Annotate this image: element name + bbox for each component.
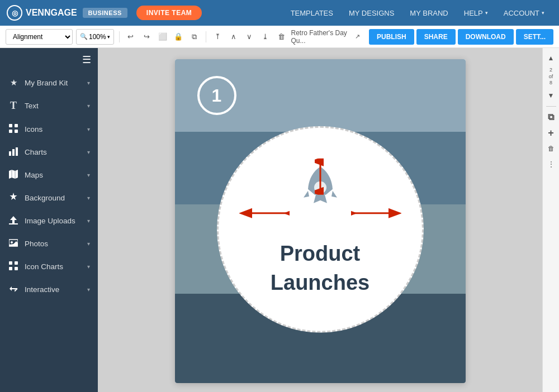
svg-rect-2	[9, 130, 12, 133]
nav-link-my-designs[interactable]: MY DESIGNS	[341, 0, 402, 26]
sidebar-item-background[interactable]: Background ▾	[0, 187, 98, 209]
arrow-up-icon	[315, 158, 326, 194]
share-button[interactable]: SHARE	[416, 29, 456, 45]
chevron-right-icon: ▾	[87, 126, 90, 132]
svg-rect-17	[9, 267, 12, 270]
plus-button[interactable]: +	[544, 126, 558, 140]
chevron-right-icon: ▾	[87, 286, 90, 293]
trash-button[interactable]: 🗑	[544, 142, 558, 155]
upload-icon	[8, 216, 19, 226]
main-layout: ☰ ★ My Brand Kit ▾ T Text ▾ Icons ▾ Char…	[0, 48, 559, 392]
badge-circle: 1	[197, 76, 236, 115]
svg-rect-0	[9, 124, 12, 127]
svg-marker-10	[10, 216, 17, 223]
icons-icon	[8, 124, 19, 135]
chevron-right-icon: ▾	[87, 264, 90, 270]
undo-button[interactable]: ↩	[125, 30, 138, 44]
sidebar-label: Maps	[25, 171, 82, 179]
move-down-button[interactable]: ∨	[243, 30, 256, 44]
move-bottom-button[interactable]: ⤓	[259, 30, 272, 44]
nav-link-templates[interactable]: TEMPLATES	[283, 0, 341, 26]
nav-link-help[interactable]: HELP ▾	[456, 0, 496, 26]
chevron-right-icon: ▾	[87, 172, 90, 178]
venngage-logo-icon: ◎	[7, 5, 22, 21]
charts-icon	[8, 147, 19, 157]
invite-team-button[interactable]: INVITE TEAM	[136, 6, 202, 20]
sidebar-item-icon-charts[interactable]: Icon Charts ▾	[0, 255, 98, 278]
chevron-right-icon: ▾	[87, 218, 90, 224]
sidebar-item-text[interactable]: T Text ▾	[0, 94, 98, 118]
chevron-down-icon: ▾	[542, 10, 544, 16]
scroll-down-button[interactable]: ▼	[544, 89, 558, 102]
toolbar-action-buttons: PUBLISH SHARE DOWNLOAD SETT...	[369, 29, 553, 45]
move-top-button[interactable]: ⤒	[211, 30, 224, 44]
top-nav: ◎ VENNGAGE BUSINESS INVITE TEAM TEMPLATE…	[0, 0, 559, 26]
interactive-icon	[8, 284, 19, 295]
nav-logo[interactable]: ◎ VENNGAGE	[7, 5, 77, 21]
sidebar-menu-icon[interactable]: ☰	[0, 48, 98, 71]
chevron-down-icon: ▾	[485, 10, 488, 16]
star-icon: ★	[8, 78, 19, 88]
nav-link-account[interactable]: ACCOUNT ▾	[496, 0, 552, 26]
sidebar-label: Icons	[25, 125, 82, 133]
background-icon	[8, 193, 19, 203]
svg-rect-4	[9, 151, 11, 156]
toolbar-divider-2	[206, 31, 206, 42]
external-link-icon: ↗	[355, 33, 360, 40]
zoom-control[interactable]: 🔍 100% ▾	[76, 29, 114, 45]
chevron-right-icon: ▾	[87, 241, 90, 247]
canvas-content: 1	[175, 59, 466, 383]
scroll-up-button[interactable]: ▲	[544, 51, 558, 65]
svg-rect-6	[16, 147, 18, 156]
arrow-left-icon	[239, 208, 290, 219]
business-badge: BUSINESS	[83, 8, 127, 18]
sidebar-item-interactive[interactable]: Interactive ▾	[0, 278, 98, 301]
svg-rect-11	[9, 223, 18, 224]
design-canvas[interactable]: 1	[175, 59, 466, 383]
page-number: 2	[549, 67, 552, 73]
sidebar-item-icons[interactable]: Icons ▾	[0, 118, 98, 141]
svg-point-13	[11, 241, 13, 243]
sidebar-item-my-brand-kit[interactable]: ★ My Brand Kit ▾	[0, 71, 98, 94]
redo-button[interactable]: ↪	[140, 30, 153, 44]
toolbar: Alignment 🔍 100% ▾ ↩ ↪ ⬜ 🔒 ⧉ ⤒ ∧ ∨ ⤓ 🗑 R…	[0, 26, 559, 48]
sidebar-item-charts[interactable]: Charts ▾	[0, 141, 98, 164]
svg-rect-15	[9, 261, 12, 265]
vertical-arrows	[315, 158, 326, 236]
sidebar: ☰ ★ My Brand Kit ▾ T Text ▾ Icons ▾ Char…	[0, 48, 98, 392]
move-up-button[interactable]: ∧	[227, 30, 240, 44]
add-page-button[interactable]: ⧉	[544, 111, 558, 124]
sidebar-label: Icon Charts	[25, 262, 82, 271]
sidebar-label: Interactive	[25, 285, 82, 294]
svg-rect-5	[12, 149, 15, 156]
copy-button[interactable]: ⧉	[188, 30, 201, 44]
sidebar-item-image-uploads[interactable]: Image Uploads ▾	[0, 209, 98, 232]
main-circle[interactable]: Product Launches	[217, 126, 424, 333]
product-line1: Product	[271, 242, 369, 266]
svg-rect-3	[15, 130, 18, 133]
alignment-select[interactable]: Alignment	[6, 29, 73, 45]
svg-rect-1	[15, 124, 18, 127]
publish-button[interactable]: PUBLISH	[369, 29, 414, 45]
filename-display: Retro Father's Day Qu... ↗	[291, 29, 359, 45]
sidebar-item-photos[interactable]: Photos ▾	[0, 232, 98, 255]
settings-button[interactable]: SETT...	[516, 29, 553, 45]
svg-rect-18	[15, 267, 18, 270]
lock-button[interactable]: 🔒	[172, 30, 185, 44]
svg-marker-7	[9, 170, 18, 179]
sidebar-label: Text	[25, 102, 82, 110]
arrow-right-icon	[351, 208, 401, 219]
crop-button[interactable]: ⬜	[157, 30, 169, 44]
toolbar-divider	[119, 31, 120, 42]
sidebar-label: Background	[25, 194, 82, 202]
sidebar-label: Photos	[25, 240, 82, 248]
sidebar-item-maps[interactable]: Maps ▾	[0, 164, 98, 187]
download-button[interactable]: DOWNLOAD	[458, 29, 514, 45]
svg-rect-16	[15, 261, 18, 265]
delete-button[interactable]: 🗑	[275, 30, 288, 44]
filename-text: Retro Father's Day Qu...	[291, 29, 352, 45]
chevron-right-icon: ▾	[87, 195, 90, 201]
nav-link-my-brand[interactable]: MY BRAND	[402, 0, 456, 26]
more-options-button[interactable]: ⋮	[544, 157, 558, 171]
chevron-right-icon: ▾	[87, 103, 90, 109]
